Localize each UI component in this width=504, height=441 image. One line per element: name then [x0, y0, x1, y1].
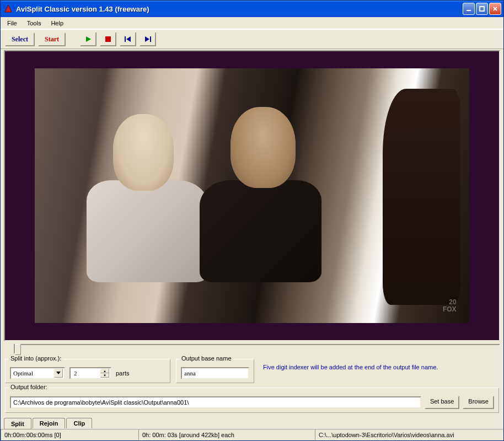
split-mode-value: Optimal [13, 370, 33, 377]
titlebar[interactable]: AviSplit Classic version 1.43 (freeware) [1, 1, 503, 17]
split-groupbox: Split into (approx.): Optimal 2 ▲ ▼ part… [5, 359, 170, 383]
app-window: AviSplit Classic version 1.43 (freeware)… [0, 0, 504, 441]
set-base-button[interactable]: Set base [425, 396, 459, 409]
svg-marker-0 [5, 5, 12, 12]
split-mode-combo[interactable]: Optimal [10, 367, 65, 379]
spinner-down-icon[interactable]: ▼ [100, 373, 109, 378]
statusbar: 0h:00m:00s:00ms [0] 0h: 00m: 03s [around… [1, 428, 503, 440]
video-preview: 20FOX [4, 50, 500, 341]
svg-rect-6 [105, 36, 111, 42]
app-icon [4, 4, 13, 13]
output-folder-groupbox: Output folder: C:\Archivos de programa\b… [5, 388, 499, 413]
svg-rect-7 [125, 36, 126, 42]
close-button[interactable] [489, 3, 501, 15]
prev-button[interactable] [120, 32, 136, 46]
menu-help[interactable]: Help [46, 19, 68, 28]
spinner-up-icon[interactable]: ▲ [100, 369, 109, 373]
parts-spinner[interactable]: 2 ▲ ▼ [69, 367, 111, 379]
chevron-down-icon[interactable] [54, 369, 63, 378]
status-each: 0h: 00m: 03s [around 422kb] each [138, 429, 315, 440]
output-folder-value: C:\Archivos de programa\bobyte\AviSplit … [13, 399, 189, 406]
svg-marker-8 [126, 36, 131, 42]
svg-marker-5 [86, 36, 91, 42]
seek-slider[interactable] [14, 344, 500, 354]
window-title: AviSplit Classic version 1.43 (freeware) [16, 5, 463, 13]
video-frame: 20FOX [35, 68, 469, 322]
svg-rect-1 [467, 10, 471, 11]
parts-value: 2 [74, 370, 77, 377]
output-name-value: anna [184, 370, 196, 377]
start-button[interactable]: Start [38, 33, 66, 46]
stop-button[interactable] [100, 32, 116, 46]
output-name-groupbox: Output base name anna [176, 359, 254, 383]
seek-slider-row [1, 342, 503, 356]
toolbar: Select Start [1, 29, 503, 49]
tab-split[interactable]: Split [4, 418, 31, 429]
output-folder-legend: Output folder: [9, 384, 49, 390]
next-button[interactable] [140, 32, 156, 46]
output-name-input[interactable]: anna [181, 367, 249, 379]
status-path: C:\...\uptodown-3\Escritorio\Varios\vide… [315, 429, 503, 440]
svg-rect-2 [480, 7, 484, 11]
indexer-hint: Five digit indexer will be added at the … [259, 358, 500, 384]
select-button[interactable]: Select [5, 33, 35, 46]
play-button[interactable] [80, 32, 96, 46]
svg-rect-10 [150, 36, 151, 42]
menu-file[interactable]: File [3, 19, 22, 28]
menu-tools[interactable]: Tools [23, 19, 46, 28]
output-folder-input[interactable]: C:\Archivos de programa\bobyte\AviSplit … [10, 396, 421, 408]
settings-row: Split into (approx.): Optimal 2 ▲ ▼ part… [1, 356, 503, 386]
output-folder-row: Output folder: C:\Archivos de programa\b… [1, 386, 503, 416]
seek-thumb[interactable] [15, 344, 21, 355]
svg-marker-9 [145, 36, 149, 42]
parts-label: parts [116, 370, 129, 377]
minimize-button[interactable] [463, 3, 475, 15]
tab-clip[interactable]: Clip [66, 418, 92, 428]
tabs: Split Rejoin Clip [1, 416, 503, 428]
status-time: 0h:00m:00s:00ms [0] [1, 429, 138, 440]
browse-button[interactable]: Browse [463, 396, 494, 409]
output-name-legend: Output base name [180, 355, 233, 362]
tab-rejoin[interactable]: Rejoin [33, 418, 66, 428]
split-legend: Split into (approx.): [9, 355, 63, 362]
menubar: File Tools Help [1, 17, 503, 29]
watermark-icon: 20FOX [443, 299, 457, 313]
maximize-button[interactable] [476, 3, 488, 15]
svg-marker-11 [56, 372, 61, 374]
